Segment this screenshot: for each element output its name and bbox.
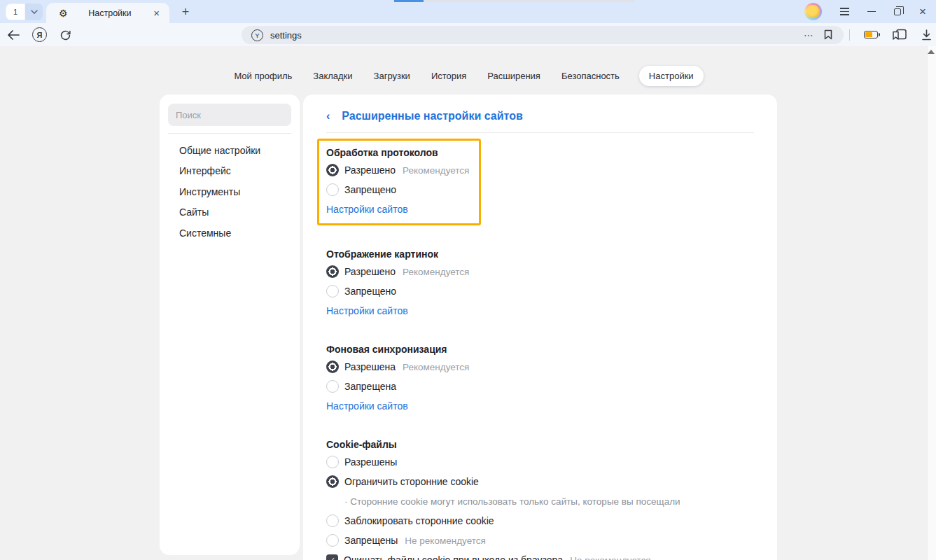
yandex-logo-icon[interactable]: Я	[32, 27, 47, 42]
restore-window-icon[interactable]	[894, 8, 901, 15]
gear-icon: ⚙	[59, 8, 68, 19]
settings-content: ‹ Расширенные настройки сайтов Обработка…	[303, 94, 777, 560]
nav-tab[interactable]: Настройки	[639, 66, 704, 86]
sections: Обработка протоколовРазрешеноРекомендует…	[326, 139, 754, 560]
radio-option[interactable]: РазрешеноРекомендуется	[326, 262, 754, 281]
option-label: Запрещено	[344, 286, 396, 297]
menu-icon[interactable]	[840, 8, 849, 15]
tab-count[interactable]: 1	[6, 4, 25, 20]
sidebar-item[interactable]: Системные	[160, 223, 300, 244]
scroll-up-arrow-icon[interactable]	[928, 50, 935, 54]
section-title: Cookie-файлы	[326, 437, 754, 452]
sidebar-divider	[168, 133, 291, 134]
option-label: Разрешена	[344, 361, 396, 372]
section-title: Фоновая синхронизация	[326, 342, 754, 357]
settings-nav: Мой профильЗакладкиЗагрузкиИсторияРасшир…	[0, 66, 936, 86]
radio-option[interactable]: ЗапрещеныНе рекомендуется	[326, 531, 754, 550]
radio-button[interactable]	[326, 514, 339, 527]
tab-progress-bar	[394, 0, 635, 2]
more-icon[interactable]: ⋯	[804, 29, 814, 41]
site-settings-link[interactable]: Настройки сайтов	[326, 301, 408, 321]
radio-button[interactable]	[326, 534, 339, 547]
radio-option[interactable]: Запрещено	[326, 281, 754, 301]
settings-sidebar: Общие настройкиИнтерфейсИнструментыСайты…	[160, 94, 300, 555]
radio-option[interactable]: Запрещена	[326, 377, 754, 396]
window-controls: ×	[804, 0, 936, 23]
option-label: Запрещены	[344, 535, 398, 546]
radio-button[interactable]	[326, 380, 339, 393]
back-icon[interactable]	[7, 30, 20, 40]
profile-avatar[interactable]	[804, 3, 822, 20]
option-label: Разрешено	[344, 164, 396, 176]
option-note: Не рекомендуется	[570, 555, 650, 560]
site-icon: Y	[251, 29, 263, 41]
option-note: Рекомендуется	[403, 165, 469, 176]
tab-title: Настройки	[68, 8, 153, 18]
section-title: Отображение картинок	[326, 246, 754, 262]
option-description: · Сторонние cookie могут использовать то…	[344, 491, 754, 511]
radio-button[interactable]	[326, 285, 339, 298]
minimize-icon[interactable]	[867, 11, 876, 13]
sidebar-item[interactable]: Общие настройки	[160, 140, 300, 161]
radio-option[interactable]: РазрешенаРекомендуется	[326, 357, 754, 377]
tab-list-chevron[interactable]	[25, 4, 43, 20]
nav-tab[interactable]: Мой профиль	[232, 66, 293, 86]
sidebar-item[interactable]: Сайты	[160, 202, 300, 223]
address-text[interactable]: settings	[270, 30, 302, 41]
radio-option[interactable]: Запрещено	[326, 180, 469, 200]
radio-button[interactable]	[326, 265, 339, 278]
radio-option[interactable]: Ограничить сторонние cookie	[326, 472, 754, 491]
radio-option[interactable]: Разрешены	[326, 452, 754, 472]
back-chevron-icon[interactable]: ‹	[326, 110, 330, 122]
checkbox-option[interactable]: ✓Очищать файлы cookie при выходе из брау…	[326, 550, 754, 560]
close-tab-icon[interactable]: ×	[152, 7, 161, 19]
refresh-icon[interactable]	[60, 29, 71, 41]
nav-tab[interactable]: История	[430, 66, 468, 86]
option-note: Рекомендуется	[403, 362, 469, 372]
settings-section: Обработка протоколовРазрешеноРекомендует…	[317, 139, 481, 225]
site-settings-link[interactable]: Настройки сайтов	[326, 200, 408, 219]
radio-button[interactable]	[326, 456, 339, 468]
scrollbar[interactable]	[927, 46, 936, 560]
nav-tab[interactable]: Расширения	[486, 66, 542, 86]
toolbar-divider	[849, 29, 850, 41]
site-settings-link[interactable]: Настройки сайтов	[326, 396, 408, 416]
section-title: Обработка протоколов	[326, 145, 469, 160]
option-note: Рекомендуется	[403, 267, 469, 277]
new-tab-button[interactable]: +	[176, 3, 195, 21]
radio-button[interactable]	[326, 475, 339, 488]
battery-icon[interactable]	[864, 31, 878, 38]
tab-strip: 1 ⚙ Настройки × + ×	[0, 0, 936, 23]
radio-button[interactable]	[326, 360, 339, 373]
search-input[interactable]	[168, 104, 291, 126]
option-label: Разрешено	[344, 266, 396, 277]
option-note: Не рекомендуется	[405, 536, 485, 546]
sidebar-item[interactable]: Интерфейс	[160, 161, 300, 182]
progress-fill	[394, 0, 424, 2]
nav-tab[interactable]: Закладки	[312, 66, 354, 86]
radio-button[interactable]	[326, 183, 339, 196]
settings-section: Отображение картинокРазрешеноРекомендует…	[326, 246, 754, 321]
radio-option[interactable]: РазрешеноРекомендуется	[326, 160, 469, 180]
nav-tab[interactable]: Безопасность	[560, 66, 621, 86]
radio-button[interactable]	[326, 164, 339, 176]
option-label: Запрещено	[344, 184, 396, 195]
sidebar-item[interactable]: Инструменты	[160, 181, 300, 202]
nav-tab[interactable]: Загрузки	[372, 66, 412, 86]
browser-tab[interactable]: ⚙ Настройки ×	[46, 3, 169, 23]
radio-option[interactable]: Заблокировать сторонние cookie	[326, 511, 754, 531]
option-label: Запрещена	[344, 381, 396, 392]
option-label: Заблокировать сторонние cookie	[344, 515, 494, 526]
address-bar[interactable]: Y settings	[242, 26, 844, 44]
settings-page: Мой профильЗакладкиЗагрузкиИсторияРасшир…	[0, 46, 936, 560]
checkbox[interactable]: ✓	[326, 554, 338, 560]
page-title[interactable]: Расширенные настройки сайтов	[342, 110, 522, 122]
download-icon[interactable]	[921, 29, 932, 41]
bookmark-icon[interactable]	[824, 29, 832, 40]
browser-toolbar: Я Y settings Настройки ⋯	[0, 23, 936, 46]
collections-icon[interactable]	[892, 29, 907, 41]
close-window-icon[interactable]: ×	[919, 6, 926, 18]
tab-counter[interactable]: 1	[6, 4, 43, 20]
settings-section: Cookie-файлыРазрешеныОграничить сторонни…	[326, 437, 754, 560]
option-label: Ограничить сторонние cookie	[344, 476, 479, 487]
